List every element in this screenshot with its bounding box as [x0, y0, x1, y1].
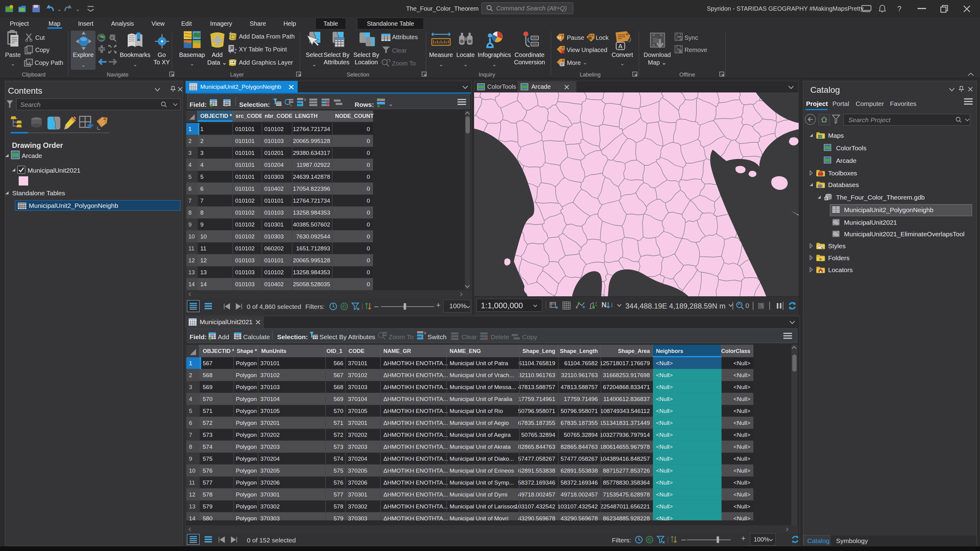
svg-text:A: A	[618, 43, 623, 49]
svg-text:N: N	[601, 301, 607, 309]
